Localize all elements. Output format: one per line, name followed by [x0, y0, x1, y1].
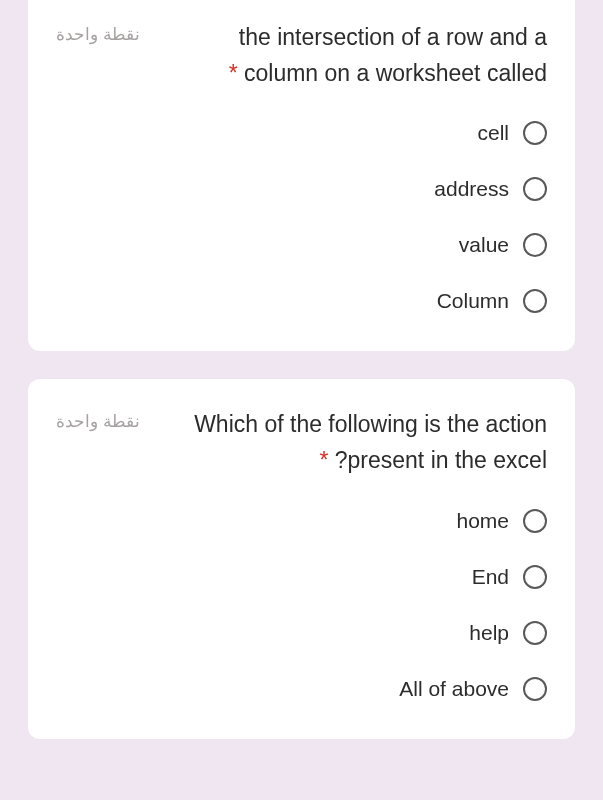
radio-icon [523, 565, 547, 589]
question-line1: the intersection of a row and a [239, 24, 547, 50]
option-help[interactable]: help [469, 621, 547, 645]
radio-icon [523, 621, 547, 645]
option-cell[interactable]: cell [477, 121, 547, 145]
radio-icon [523, 289, 547, 313]
radio-icon [523, 509, 547, 533]
radio-icon [523, 233, 547, 257]
option-label: All of above [399, 677, 509, 701]
option-label: Column [437, 289, 509, 313]
points-label: نقطة واحدة [56, 407, 140, 432]
option-address[interactable]: address [434, 177, 547, 201]
question-header: نقطة واحدة Which of the following is the… [56, 407, 547, 478]
option-label: value [459, 233, 509, 257]
question-text: Which of the following is the action * ?… [158, 407, 547, 478]
question-line2: column on a worksheet called [244, 60, 547, 86]
option-label: home [456, 509, 509, 533]
question-card-2: نقطة واحدة Which of the following is the… [28, 379, 575, 738]
option-label: End [472, 565, 509, 589]
question-line2: ?present in the excel [335, 447, 547, 473]
option-value[interactable]: value [459, 233, 547, 257]
required-marker: * [229, 60, 238, 86]
required-marker: * [319, 447, 328, 473]
options-list: home End help All of above [56, 509, 547, 701]
radio-icon [523, 177, 547, 201]
question-line1: Which of the following is the action [194, 411, 547, 437]
question-text: the intersection of a row and a * column… [158, 20, 547, 91]
option-label: help [469, 621, 509, 645]
option-end[interactable]: End [472, 565, 547, 589]
radio-icon [523, 677, 547, 701]
question-card-1: نقطة واحدة the intersection of a row and… [28, 0, 575, 351]
option-label: address [434, 177, 509, 201]
option-column[interactable]: Column [437, 289, 547, 313]
points-label: نقطة واحدة [56, 20, 140, 45]
option-home[interactable]: home [456, 509, 547, 533]
radio-icon [523, 121, 547, 145]
options-list: cell address value Column [56, 121, 547, 313]
option-all-of-above[interactable]: All of above [399, 677, 547, 701]
question-header: نقطة واحدة the intersection of a row and… [56, 20, 547, 91]
option-label: cell [477, 121, 509, 145]
